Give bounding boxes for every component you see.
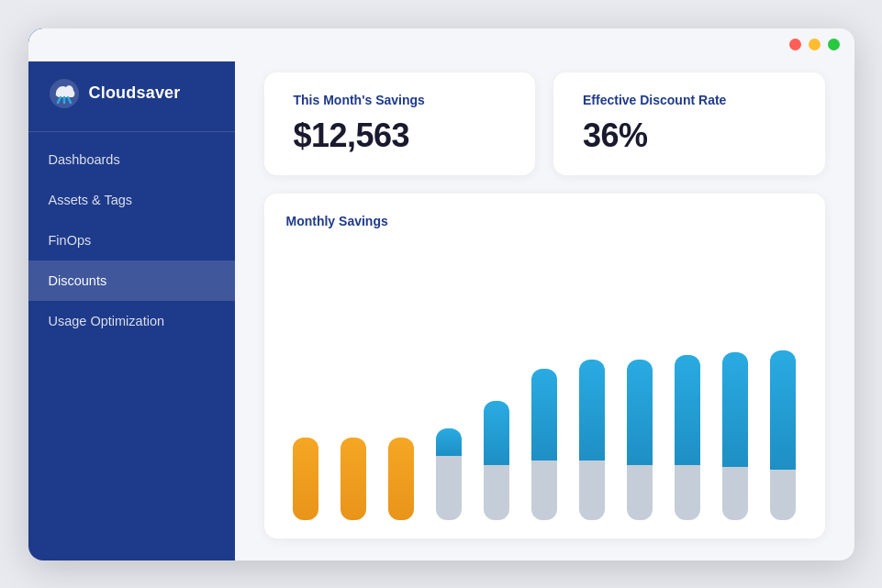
stat-value-effective-discount-rate: 36%: [583, 116, 796, 155]
bar-group-5: [525, 369, 564, 520]
bar-gray-4: [484, 465, 509, 520]
sidebar-item-usage-optimization[interactable]: Usage Optimization: [28, 301, 235, 341]
bar-group-3: [430, 428, 468, 520]
chart-card-monthly-savings: Monthly Savings: [264, 194, 825, 538]
app-window: Cloudsaver Dashboards Assets & Tags FinO…: [28, 28, 854, 560]
stat-card-effective-discount-rate: Effective Discount Rate 36%: [553, 72, 825, 175]
bar-group-0: [286, 438, 325, 520]
main-content: This Month's Savings $12,563 Effective D…: [235, 28, 854, 560]
bar-group-1: [334, 438, 373, 520]
bar-group-6: [573, 360, 611, 520]
bar-blue-3: [436, 428, 462, 456]
sidebar-divider: [28, 131, 235, 132]
stat-label-monthly-savings: This Month's Savings: [294, 93, 507, 107]
chart-area: [286, 243, 803, 524]
bar-group-8: [668, 355, 707, 520]
bar-group-4: [477, 401, 516, 520]
bar-blue-5: [531, 369, 557, 460]
bar-gray-7: [627, 465, 653, 520]
bar-group-9: [716, 352, 754, 520]
sidebar-item-discounts[interactable]: Discounts: [28, 261, 235, 301]
stat-label-effective-discount-rate: Effective Discount Rate: [583, 93, 796, 107]
bar-orange-0: [293, 438, 318, 520]
bar-gray-9: [722, 467, 748, 520]
sidebar-item-dashboards[interactable]: Dashboards: [28, 139, 235, 180]
bar-blue-10: [770, 350, 796, 470]
maximize-button[interactable]: [828, 39, 840, 50]
bar-blue-8: [675, 355, 700, 465]
logo-text: Cloudsaver: [89, 83, 181, 103]
sidebar-logo: Cloudsaver: [28, 61, 235, 131]
stat-card-monthly-savings: This Month's Savings $12,563: [264, 72, 536, 175]
bar-blue-7: [627, 360, 653, 465]
bar-gray-10: [770, 470, 796, 520]
bar-orange-1: [341, 438, 366, 520]
bar-group-2: [382, 438, 420, 520]
minimize-button[interactable]: [809, 39, 821, 50]
close-button[interactable]: [789, 39, 801, 50]
bar-blue-9: [722, 352, 748, 467]
bar-orange-2: [388, 438, 414, 520]
logo-icon: [49, 78, 80, 109]
sidebar-item-assets-tags[interactable]: Assets & Tags: [28, 180, 235, 220]
stats-row: This Month's Savings $12,563 Effective D…: [264, 72, 825, 175]
chart-title-monthly-savings: Monthly Savings: [286, 214, 803, 228]
sidebar-item-finops[interactable]: FinOps: [28, 220, 235, 261]
sidebar: Cloudsaver Dashboards Assets & Tags FinO…: [28, 28, 235, 560]
window-controls: [789, 39, 840, 50]
stat-value-monthly-savings: $12,563: [294, 116, 507, 155]
bar-group-7: [620, 360, 659, 520]
bar-gray-3: [436, 456, 462, 520]
bar-gray-5: [531, 460, 557, 520]
title-bar: [28, 28, 854, 61]
bar-blue-4: [484, 401, 509, 465]
sidebar-nav: Dashboards Assets & Tags FinOps Discount…: [28, 139, 235, 341]
bar-gray-6: [579, 460, 605, 520]
bar-gray-8: [675, 465, 700, 520]
bar-blue-6: [579, 360, 605, 460]
bar-group-10: [764, 350, 802, 520]
